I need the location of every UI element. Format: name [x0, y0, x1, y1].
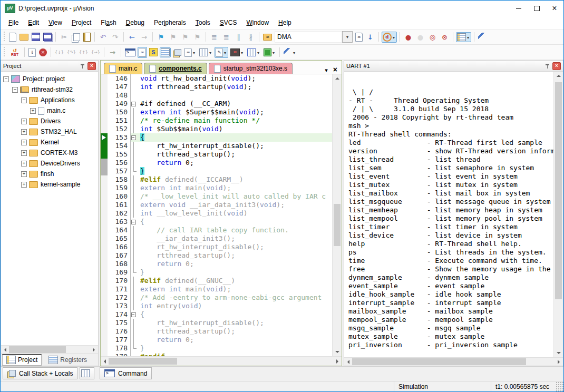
next-bookmark-icon[interactable]: ⚑: [180, 32, 191, 43]
code-line[interactable]: 164 // call IAR table copy function.: [101, 226, 332, 234]
step-out-icon[interactable]: {↑}: [78, 47, 89, 58]
scroll-thumb[interactable]: [334, 204, 341, 246]
navigate-back-icon[interactable]: ←: [127, 32, 138, 43]
debug-toolbar-setup-dropdown-icon[interactable]: [292, 48, 296, 56]
close-document-icon[interactable]: [333, 66, 337, 74]
search-combo[interactable]: DMA: [275, 31, 353, 43]
analysis-windows-dropdown-icon[interactable]: [240, 48, 244, 56]
disable-all-breakpoints-icon[interactable]: ◎: [427, 32, 438, 43]
code-line[interactable]: 171extern int main(void);: [101, 285, 332, 293]
menu-view[interactable]: View: [44, 17, 67, 28]
code-line[interactable]: 146void rt_hw_board_init(void);: [101, 74, 332, 83]
open-file-icon[interactable]: [18, 33, 30, 42]
expander-minus-icon[interactable]: −: [21, 97, 27, 103]
pin-icon[interactable]: [545, 63, 550, 69]
menu-project[interactable]: Project: [67, 17, 96, 28]
tree-item-stm32-hal[interactable]: +STM32_HAL: [1, 126, 98, 137]
incremental-find-icon[interactable]: ↓: [365, 32, 376, 43]
trace-windows-icon[interactable]: [246, 47, 261, 57]
code-line[interactable]: 169}: [101, 268, 332, 277]
expander-plus-icon[interactable]: +: [21, 171, 27, 177]
scroll-thumb[interactable]: [352, 358, 526, 365]
code-line[interactable]: 156 return 0;: [101, 159, 332, 167]
resize-grip[interactable]: [556, 381, 563, 391]
fold-collapse-icon[interactable]: [130, 100, 138, 108]
clear-bookmarks-icon[interactable]: ⚑: [192, 32, 203, 43]
maximize-button[interactable]: [528, 1, 546, 16]
code-line[interactable]: 158#elif defined(__ICCARM__): [101, 175, 332, 184]
expander-plus-icon[interactable]: +: [30, 108, 36, 114]
run-to-cursor-icon[interactable]: {→}: [90, 47, 101, 58]
expander-minus-icon[interactable]: −: [12, 87, 18, 93]
code-line[interactable]: 148: [101, 91, 332, 100]
scroll-thumb[interactable]: [109, 358, 177, 365]
expander-plus-icon[interactable]: +: [21, 161, 27, 166]
cut-icon[interactable]: ✂: [59, 32, 70, 43]
menu-tools[interactable]: Tools: [191, 17, 215, 28]
expander-plus-icon[interactable]: +: [21, 182, 27, 188]
undo-icon[interactable]: ↶: [98, 32, 109, 43]
code-line[interactable]: 172/* Add -eentry to arm-none-eabi-gcc a…: [101, 293, 332, 302]
new-file-icon[interactable]: [8, 32, 17, 43]
paste-icon[interactable]: [82, 32, 92, 43]
search-input[interactable]: DMA: [275, 31, 342, 43]
search-dropdown-button[interactable]: [342, 31, 353, 43]
code-line[interactable]: 170#elif defined(__GNUC__): [101, 277, 332, 285]
tree-item-rtthread-stm32[interactable]: −rtthread-stm32: [1, 84, 98, 95]
scroll-left-icon[interactable]: [101, 357, 109, 365]
command-window-icon[interactable]: >: [124, 47, 137, 57]
code-line[interactable]: 149#if defined (__CC_ARM): [101, 100, 332, 108]
tree-item-kernel[interactable]: +Kernel: [1, 137, 98, 148]
serial-windows-icon[interactable]: ✎: [215, 47, 228, 58]
reset-cpu-icon[interactable]: RST: [8, 47, 22, 58]
code-line[interactable]: 168 return 0;: [101, 260, 332, 268]
memory-windows-dropdown-icon[interactable]: [208, 48, 212, 56]
editor-horizontal-scrollbar[interactable]: [101, 356, 342, 366]
close-button[interactable]: [546, 1, 563, 16]
stop-debug-icon[interactable]: ×: [38, 47, 48, 57]
scroll-up-icon[interactable]: [333, 74, 342, 82]
code-line[interactable]: 178}: [101, 344, 332, 352]
menu-peripherals[interactable]: Peripherals: [149, 17, 191, 28]
code-line[interactable]: 155 rtthread_startup();: [101, 150, 332, 159]
scroll-right-icon[interactable]: [90, 346, 98, 354]
code-line[interactable]: 175 rt_hw_interrupt_disable();: [101, 319, 332, 327]
trace-windows-dropdown-icon[interactable]: [256, 48, 260, 56]
system-viewer-icon[interactable]: [262, 47, 277, 57]
fold-collapse-icon[interactable]: [130, 133, 138, 142]
scroll-right-icon[interactable]: [555, 358, 563, 366]
minimize-button[interactable]: [510, 1, 528, 16]
disassembly-window-icon[interactable]: ∞: [138, 47, 147, 58]
editor-tab-startup-stm32f103xe-s[interactable]: startup_stm32f103xe.s: [209, 63, 293, 74]
expander-minus-icon[interactable]: −: [3, 76, 9, 82]
comment-selection-icon[interactable]: ∥: [233, 32, 244, 43]
fold-collapse-icon[interactable]: [130, 310, 138, 319]
save-all-icon[interactable]: [42, 32, 53, 42]
menu-svcs[interactable]: SVCS: [215, 17, 242, 28]
serial-windows-dropdown-icon[interactable]: [223, 48, 227, 56]
close-panel-icon[interactable]: [552, 62, 561, 70]
indent-icon[interactable]: ≣: [221, 32, 232, 43]
copy-icon[interactable]: [71, 32, 81, 42]
code-line[interactable]: 163{: [101, 218, 332, 226]
save-icon[interactable]: [31, 32, 41, 42]
step-into-icon[interactable]: {↓}: [54, 47, 65, 58]
memory-window-tab[interactable]: [80, 367, 94, 379]
tree-item-finsh[interactable]: +finsh: [1, 169, 98, 179]
code-editor[interactable]: 146void rt_hw_board_init(void);147int rt…: [101, 74, 332, 356]
editor-tab-main-c[interactable]: main.c: [104, 63, 142, 74]
navigate-forward-icon[interactable]: →: [139, 32, 150, 43]
find-icon[interactable]: ∞: [354, 32, 364, 43]
tree-item-drivers[interactable]: +Drivers: [1, 116, 98, 126]
disable-breakpoint-icon[interactable]: ●: [415, 32, 426, 43]
code-line[interactable]: 176 rtthread_startup();: [101, 327, 332, 336]
toggle-bookmark-icon[interactable]: ⚑: [155, 32, 167, 43]
scroll-down-icon[interactable]: [333, 348, 342, 356]
editor-tab-components-c[interactable]: components.c: [144, 63, 207, 74]
code-line[interactable]: 166 rt_hw_interrupt_disable();: [101, 243, 332, 251]
expander-plus-icon[interactable]: +: [21, 119, 27, 124]
code-line[interactable]: 174{: [101, 310, 332, 319]
code-line[interactable]: 167 rtthread_startup();: [101, 251, 332, 260]
call-stack-window-icon[interactable]: [172, 48, 182, 57]
code-line[interactable]: 152int $Sub$$main(void): [101, 125, 332, 133]
